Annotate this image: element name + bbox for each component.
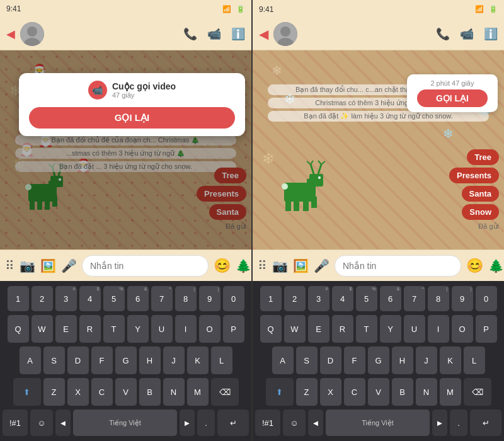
- left-info-icon[interactable]: ℹ️: [231, 27, 245, 41]
- left-key-f[interactable]: F: [91, 346, 113, 374]
- right-key-e[interactable]: E: [308, 315, 329, 343]
- right-key-3[interactable]: 3#: [308, 286, 329, 311]
- right-key-g[interactable]: G: [368, 346, 389, 374]
- right-key-z[interactable]: Z: [296, 378, 318, 406]
- right-key-k[interactable]: K: [440, 346, 461, 374]
- left-period-key[interactable]: .: [197, 410, 215, 436]
- right-key-1[interactable]: 1: [260, 286, 282, 311]
- left-back-button[interactable]: ◀: [6, 27, 15, 41]
- left-key-g[interactable]: G: [115, 346, 137, 374]
- left-space-key[interactable]: Tiếng Việt: [73, 410, 177, 436]
- right-grid-icon[interactable]: ⠿: [258, 258, 267, 273]
- left-camera-icon[interactable]: 📷: [20, 258, 35, 273]
- right-shift-key[interactable]: ⬆: [266, 378, 294, 406]
- left-key-4[interactable]: 4$: [79, 286, 101, 311]
- left-key-d[interactable]: D: [67, 346, 89, 374]
- left-key-b[interactable]: B: [139, 378, 161, 406]
- right-image-icon[interactable]: 🖼️: [293, 258, 309, 273]
- left-shift-key[interactable]: ⬆: [13, 378, 41, 406]
- left-lang-prev[interactable]: ◄: [55, 410, 71, 436]
- left-backspace-key[interactable]: ⌫: [211, 378, 239, 406]
- right-lang-next[interactable]: ►: [432, 410, 447, 436]
- right-key-0[interactable]: 0: [476, 286, 497, 311]
- left-tree-btn[interactable]: 🌲: [236, 258, 251, 273]
- right-special-key[interactable]: !#1: [255, 410, 280, 436]
- right-key-u[interactable]: U: [404, 315, 425, 343]
- left-key-1[interactable]: 1: [8, 286, 29, 311]
- right-phone-icon[interactable]: 📞: [436, 27, 450, 41]
- right-key-m[interactable]: M: [440, 378, 461, 406]
- right-mic-icon[interactable]: 🎤: [314, 258, 329, 273]
- right-message-input[interactable]: [335, 255, 461, 277]
- left-key-e[interactable]: E: [55, 315, 77, 343]
- right-key-8[interactable]: 8(: [428, 286, 449, 311]
- right-key-l[interactable]: L: [464, 346, 485, 374]
- right-key-h[interactable]: H: [392, 346, 413, 374]
- left-grid-icon[interactable]: ⠿: [5, 258, 14, 273]
- right-tag-santa[interactable]: Santa: [462, 186, 499, 202]
- right-key-7[interactable]: 7*: [404, 286, 425, 311]
- left-key-9[interactable]: 9): [199, 286, 220, 311]
- left-key-i[interactable]: I: [175, 315, 197, 343]
- left-key-m[interactable]: M: [187, 378, 209, 406]
- left-key-s[interactable]: S: [43, 346, 65, 374]
- right-video-icon[interactable]: 📹: [460, 27, 474, 41]
- right-emoji-btn[interactable]: 😊: [466, 258, 483, 274]
- left-key-0[interactable]: 0: [223, 286, 244, 311]
- right-enter-key[interactable]: ↵: [470, 410, 501, 436]
- right-key-d[interactable]: D: [320, 346, 341, 374]
- right-key-6[interactable]: 6&: [380, 286, 401, 311]
- right-tag-snow[interactable]: Snow: [462, 204, 499, 220]
- right-key-4[interactable]: 4$: [332, 286, 353, 311]
- right-key-t[interactable]: T: [356, 315, 377, 343]
- right-key-o[interactable]: O: [452, 315, 473, 343]
- right-key-5[interactable]: 5%: [356, 286, 377, 311]
- left-key-w[interactable]: W: [32, 315, 53, 343]
- left-mic-icon[interactable]: 🎤: [61, 258, 77, 273]
- right-emoji-key[interactable]: ☺: [283, 410, 306, 436]
- right-key-w[interactable]: W: [284, 315, 306, 343]
- left-key-u[interactable]: U: [151, 315, 173, 343]
- left-lang-next[interactable]: ►: [180, 410, 195, 436]
- left-special-key[interactable]: !#1: [3, 410, 28, 436]
- right-backspace-key[interactable]: ⌫: [464, 378, 491, 406]
- right-key-q[interactable]: Q: [260, 315, 282, 343]
- right-tree-btn[interactable]: 🌲: [488, 258, 504, 273]
- right-info-icon[interactable]: ℹ️: [484, 27, 498, 41]
- right-key-v[interactable]: V: [368, 378, 389, 406]
- left-emoji-key[interactable]: ☺: [30, 410, 53, 436]
- right-key-i[interactable]: I: [428, 315, 449, 343]
- left-key-c[interactable]: C: [91, 378, 113, 406]
- right-key-2[interactable]: 2: [284, 286, 306, 311]
- left-key-8[interactable]: 8(: [175, 286, 197, 311]
- left-key-y[interactable]: Y: [127, 315, 149, 343]
- left-key-t[interactable]: T: [103, 315, 125, 343]
- right-key-s[interactable]: S: [296, 346, 318, 374]
- left-key-v[interactable]: V: [115, 378, 137, 406]
- left-key-l[interactable]: L: [211, 346, 232, 374]
- right-tag-tree[interactable]: Tree: [467, 149, 499, 165]
- left-goi-lai-button[interactable]: GỌI LẠI: [29, 107, 235, 129]
- left-key-2[interactable]: 2: [32, 286, 53, 311]
- right-key-p[interactable]: P: [476, 315, 497, 343]
- left-phone-icon[interactable]: 📞: [183, 27, 197, 41]
- left-enter-key[interactable]: ↵: [217, 410, 249, 436]
- left-key-o[interactable]: O: [199, 315, 220, 343]
- right-goi-lai-button[interactable]: GỌI LẠI: [417, 89, 488, 107]
- left-key-n[interactable]: N: [163, 378, 185, 406]
- right-key-n[interactable]: N: [416, 378, 437, 406]
- left-key-x[interactable]: X: [67, 378, 89, 406]
- left-message-input[interactable]: [82, 255, 209, 277]
- right-key-c[interactable]: C: [344, 378, 365, 406]
- left-key-a[interactable]: A: [20, 346, 41, 374]
- right-tag-presents[interactable]: Presents: [449, 168, 499, 183]
- left-emoji-btn[interactable]: 😊: [214, 258, 231, 274]
- left-key-h[interactable]: H: [139, 346, 161, 374]
- left-key-j[interactable]: J: [163, 346, 185, 374]
- left-key-3[interactable]: 3#: [55, 286, 77, 311]
- right-key-b[interactable]: B: [392, 378, 413, 406]
- left-key-p[interactable]: P: [223, 315, 244, 343]
- right-key-r[interactable]: R: [332, 315, 353, 343]
- right-camera-icon[interactable]: 📷: [272, 258, 288, 273]
- right-period-key[interactable]: .: [450, 410, 467, 436]
